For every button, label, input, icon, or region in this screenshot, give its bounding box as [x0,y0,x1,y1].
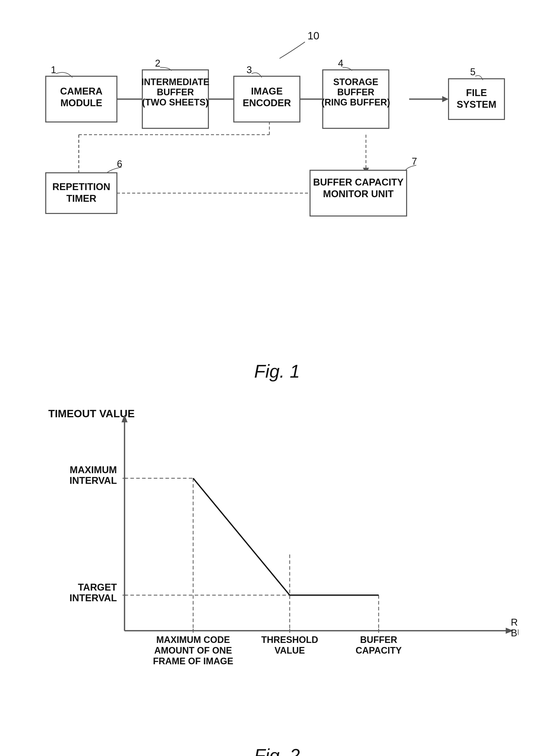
fig1-label: Fig. 1 [31,361,523,382]
svg-line-59 [193,478,290,595]
svg-text:CAMERA: CAMERA [60,86,103,97]
fig2-diagram: TIMEOUT VALUE REMAINING BUFFER CAPACITY [31,397,523,740]
svg-text:CAPACITY: CAPACITY [355,645,401,656]
svg-text:STORAGE: STORAGE [333,77,378,87]
svg-text:(TWO SHEETS): (TWO SHEETS) [142,97,209,108]
svg-text:INTERVAL: INTERVAL [70,593,117,603]
svg-text:4: 4 [338,58,343,69]
svg-text:MAXIMUM: MAXIMUM [70,465,117,475]
svg-rect-31 [449,79,504,119]
svg-text:BUFFER CAPACITY: BUFFER CAPACITY [313,177,403,187]
svg-text:BUFFER CAPACITY: BUFFER CAPACITY [511,628,518,638]
svg-rect-20 [142,70,208,128]
svg-text:REMAINING: REMAINING [511,617,518,628]
svg-text:10: 10 [308,30,320,42]
svg-text:SYSTEM: SYSTEM [457,99,496,110]
svg-text:BUFFER: BUFFER [157,87,194,97]
svg-text:1: 1 [51,65,56,75]
svg-text:ENCODER: ENCODER [243,98,291,108]
svg-text:2: 2 [155,58,160,69]
svg-marker-2 [142,96,149,102]
svg-text:TARGET: TARGET [78,582,117,593]
svg-text:TIMER: TIMER [66,193,96,204]
svg-rect-34 [46,173,117,214]
svg-text:3: 3 [246,65,252,75]
svg-text:5: 5 [470,67,476,77]
svg-text:MONITOR UNIT: MONITOR UNIT [323,188,394,199]
svg-marker-6 [323,96,329,102]
svg-text:FILE: FILE [466,88,487,98]
svg-text:FRAME OF IMAGE: FRAME OF IMAGE [153,656,233,666]
svg-marker-16 [310,190,316,196]
fig2-label: Fig. 2 [31,745,523,756]
svg-text:INTERVAL: INTERVAL [70,475,117,486]
svg-text:VALUE: VALUE [274,645,305,656]
svg-marker-4 [234,96,240,102]
svg-text:MODULE: MODULE [60,98,102,108]
fig1-diagram: 10 [31,25,523,356]
svg-text:BUFFER: BUFFER [337,87,374,97]
svg-text:7: 7 [412,156,417,167]
svg-marker-8 [442,96,449,102]
svg-text:MAXIMUM CODE: MAXIMUM CODE [156,635,230,645]
svg-text:IMAGE: IMAGE [251,86,283,97]
svg-rect-27 [323,70,389,128]
svg-rect-37 [310,170,406,216]
svg-marker-10 [363,168,369,174]
page: 10 [0,0,554,756]
svg-text:6: 6 [117,159,122,169]
svg-text:AMOUNT OF ONE: AMOUNT OF ONE [154,645,232,656]
svg-text:THRESHOLD: THRESHOLD [261,635,318,645]
svg-text:INTERMEDIATE: INTERMEDIATE [141,77,209,87]
svg-text:TIMEOUT VALUE: TIMEOUT VALUE [48,408,135,419]
svg-text:(RING BUFFER): (RING BUFFER) [322,97,390,108]
svg-rect-24 [234,76,300,122]
svg-rect-17 [46,76,117,122]
svg-text:BUFFER: BUFFER [360,635,397,645]
svg-text:REPETITION: REPETITION [52,181,110,192]
